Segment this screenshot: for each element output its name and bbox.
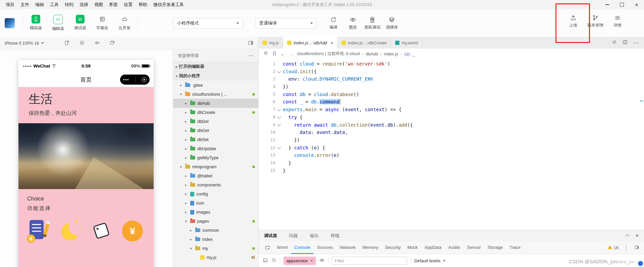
tree-item[interactable]: ▸dbAdd bbox=[173, 99, 258, 108]
kebab-menu-icon[interactable]: ⋮ bbox=[624, 245, 629, 251]
drawer-slot[interactable] bbox=[263, 258, 268, 264]
toolbar-phonedebug-button[interactable]: 真机调试 bbox=[364, 16, 381, 30]
forward-button[interactable]: → bbox=[289, 51, 294, 57]
menu-item[interactable]: 项目 bbox=[3, 2, 17, 8]
devtools-tab[interactable]: Security bbox=[382, 241, 404, 254]
tree-item[interactable]: ▾miniprogram bbox=[173, 162, 258, 171]
editor-tab[interactable]: my.wxml bbox=[391, 37, 423, 49]
toolbar-debugger-button[interactable]: 调试器 bbox=[70, 15, 90, 32]
more-actions-icon[interactable]: ⋯ bbox=[633, 39, 639, 46]
device-record-button[interactable] bbox=[79, 40, 85, 47]
more-menu-icon[interactable]: ••• bbox=[123, 77, 129, 82]
tree-item[interactable]: ▸dbDel bbox=[173, 117, 258, 126]
fold-toggle-icon[interactable] bbox=[275, 71, 283, 73]
menu-item[interactable]: 转到 bbox=[62, 2, 76, 8]
editor-tab[interactable]: index.js ...\dbAdd× bbox=[283, 37, 337, 49]
menu-item[interactable]: 微信开发者工具 bbox=[150, 2, 187, 8]
warnings-indicator[interactable]: 16 bbox=[607, 245, 619, 251]
console-filter-input[interactable] bbox=[332, 257, 407, 265]
open-editors-button[interactable] bbox=[263, 51, 269, 57]
breadcrumb-item[interactable]: _ bbox=[413, 52, 415, 56]
tree-item[interactable]: ▸config bbox=[173, 189, 258, 198]
panel-tab[interactable]: 终端 bbox=[331, 233, 339, 239]
user-avatar[interactable] bbox=[5, 18, 15, 28]
tree-item[interactable]: my.jsM bbox=[173, 253, 258, 262]
tree-item[interactable]: ▸dbSet bbox=[173, 135, 258, 144]
toolbar-hamburger-button[interactable]: 详情 bbox=[608, 14, 627, 28]
ledger-feature-icon[interactable]: $ bbox=[28, 219, 50, 243]
toolbar-refresh-button[interactable]: 编译 bbox=[325, 16, 342, 30]
devtools-tab[interactable]: Console bbox=[291, 241, 314, 254]
code-editor[interactable]: 1const cloud = require('wx-server-sdk')2… bbox=[259, 59, 644, 230]
explorer-section[interactable]: ▸打开的编辑器 bbox=[173, 62, 258, 71]
tree-item[interactable]: ▾my bbox=[173, 244, 258, 253]
devtools-tab[interactable]: Memory bbox=[359, 241, 382, 254]
tree-item[interactable]: ▸@babel bbox=[173, 171, 258, 180]
toolbar-cloud-button[interactable]: 云开发 bbox=[115, 15, 134, 32]
explorer-section[interactable]: ▾我的小程序 bbox=[173, 71, 258, 81]
menu-item[interactable]: 工具 bbox=[47, 2, 62, 8]
tree-item[interactable]: ▸dbCreate bbox=[173, 108, 258, 117]
live-expression-slot[interactable] bbox=[319, 258, 325, 264]
close-panel-icon[interactable]: × bbox=[636, 233, 639, 238]
fold-toggle-icon[interactable] bbox=[275, 124, 283, 126]
device-select[interactable]: iPhone 5 100% 16 bbox=[5, 41, 44, 46]
breadcrumb-item[interactable]: index.js bbox=[384, 52, 398, 56]
devtools-tab[interactable]: Mock bbox=[404, 241, 421, 254]
panel-tab[interactable]: 调试器 bbox=[264, 233, 277, 239]
menu-item[interactable]: 界面 bbox=[106, 2, 121, 8]
close-button[interactable]: × bbox=[629, 0, 644, 9]
menu-item[interactable]: 设置 bbox=[121, 2, 136, 8]
tree-item[interactable]: ▸.gitee bbox=[173, 81, 258, 90]
panel-tab[interactable]: 输出 bbox=[310, 233, 319, 239]
swap-editors-button[interactable] bbox=[611, 39, 617, 47]
toolbar-upload-button[interactable]: 上传 bbox=[564, 14, 583, 28]
minimize-button[interactable] bbox=[600, 0, 614, 9]
panel-tab[interactable]: 问题 bbox=[289, 233, 298, 239]
menu-item[interactable]: 视图 bbox=[91, 2, 106, 8]
currency-feature-icon[interactable]: ¥ bbox=[122, 219, 144, 243]
tree-item[interactable]: ▸common bbox=[173, 226, 258, 235]
fold-toggle-icon[interactable] bbox=[275, 147, 283, 148]
bookmark-button[interactable] bbox=[272, 51, 277, 57]
device-window-button[interactable] bbox=[109, 40, 115, 47]
toolbar-simulator-button[interactable]: 模拟器 bbox=[26, 15, 46, 32]
close-tab-icon[interactable]: × bbox=[330, 40, 333, 46]
toolbar-branch-button[interactable]: 版本管理 bbox=[586, 14, 605, 28]
menu-item[interactable]: 文件 bbox=[17, 2, 32, 8]
moon-feature-icon[interactable] bbox=[59, 219, 82, 243]
log-levels-select[interactable]: Default levels bbox=[414, 258, 445, 263]
price-tag-feature-icon[interactable] bbox=[91, 219, 113, 243]
editor-tab[interactable]: my.js bbox=[259, 37, 283, 49]
collapse-panel-icon[interactable] bbox=[625, 234, 630, 238]
clear-slot[interactable] bbox=[271, 258, 276, 264]
toolbar-layers-button[interactable]: 清缓存 bbox=[383, 16, 400, 30]
editor-tab[interactable]: index.js ...\dbCreate bbox=[337, 37, 391, 49]
devtools-tab[interactable]: Trace bbox=[506, 241, 524, 254]
devtools-tab[interactable]: Sources bbox=[314, 241, 336, 254]
tree-item[interactable]: ▸components bbox=[173, 180, 258, 189]
menu-item[interactable]: 帮助 bbox=[136, 2, 150, 8]
fold-toggle-icon[interactable] bbox=[275, 109, 283, 110]
back-button[interactable]: ← bbox=[280, 51, 285, 57]
toolbar-editor-button[interactable]: 编辑器 bbox=[48, 15, 68, 32]
toolbar-visual-button[interactable]: 可视化 bbox=[93, 15, 112, 32]
maximize-button[interactable] bbox=[614, 0, 629, 9]
tree-item[interactable]: ▸index bbox=[173, 235, 258, 244]
dock-slot[interactable] bbox=[248, 40, 254, 47]
devtools-tab[interactable]: Network bbox=[336, 241, 359, 254]
compile-type-select[interactable]: 普通编译 bbox=[256, 18, 317, 29]
capsule-menu[interactable]: ••• bbox=[120, 75, 150, 85]
tree-item[interactable]: ▾cloudfunctions | ... bbox=[173, 90, 258, 99]
tree-item[interactable]: ▸getMyType bbox=[173, 153, 258, 162]
devtools-tab[interactable]: Wxml bbox=[273, 241, 291, 254]
tree-item[interactable]: ▸images bbox=[173, 208, 258, 217]
exit-icon[interactable] bbox=[142, 77, 147, 82]
tree-item[interactable]: ▸dbUpdate bbox=[173, 144, 258, 153]
device-mute-button[interactable] bbox=[94, 40, 100, 47]
tree-item[interactable]: ▾pages bbox=[173, 217, 258, 226]
devtools-tab[interactable]: AppData bbox=[421, 241, 445, 254]
devtools-tab[interactable]: Audits bbox=[445, 241, 464, 254]
panel-layout-slot[interactable] bbox=[634, 245, 639, 251]
tree-item[interactable]: ▸icon bbox=[173, 198, 258, 208]
